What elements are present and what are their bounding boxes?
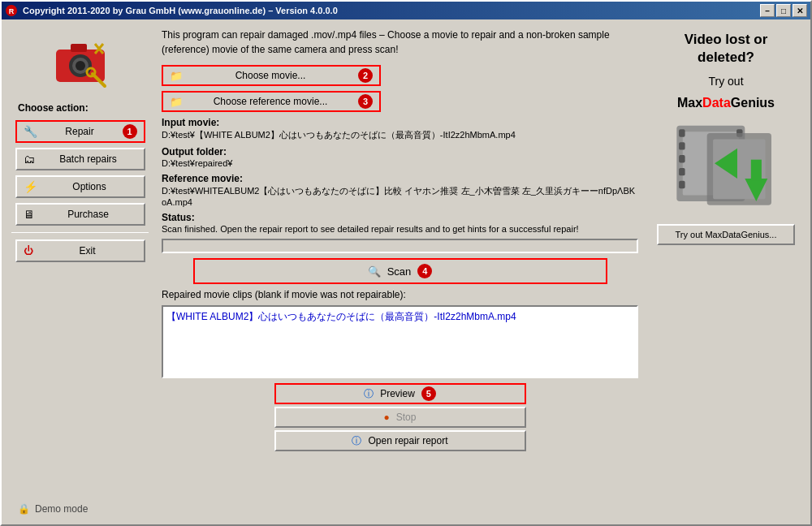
right-panel: Video lost or deleted? Try out MaxDataGe… (645, 23, 807, 521)
options-label: Options (42, 181, 137, 192)
status-section: Status: Scan finished. Open the repair r… (162, 212, 638, 234)
svg-rect-16 (679, 168, 685, 175)
svg-rect-17 (679, 181, 685, 188)
svg-rect-8 (71, 44, 87, 52)
purchase-button[interactable]: 🖥 Purchase (15, 203, 145, 226)
input-movie-section: Input movie: D:¥test¥【WHITE ALBUM2】心はいつも… (162, 117, 638, 141)
app-logo (48, 29, 113, 94)
preview-icon: ⓘ (364, 387, 374, 401)
lock-icon: 🔒 (18, 503, 30, 515)
film-svg (669, 114, 783, 220)
preview-label: Preview (380, 388, 415, 399)
purchase-label: Purchase (40, 209, 137, 220)
report-icon: ⓘ (352, 434, 361, 448)
choose-movie-label: Choose movie... (188, 70, 353, 81)
stop-button[interactable]: ● Stop (274, 407, 526, 428)
main-content: Choose action: 🔧 Repair 1 🗂 Batch repair… (2, 19, 810, 524)
svg-rect-27 (751, 160, 762, 181)
film-graphic (669, 119, 783, 216)
batch-icon: 🗂 (24, 153, 35, 166)
output-folder-value: D:¥test¥repaired¥ (162, 158, 638, 168)
output-folder-label: Output folder: (162, 146, 638, 157)
input-movie-label: Input movie: (162, 117, 638, 128)
repaired-clips-label: Repaired movie clips (blank if movie was… (162, 289, 638, 300)
sidebar-separator (11, 232, 149, 233)
status-label: Status: (162, 212, 638, 223)
promo-line2: deleted? (685, 49, 768, 67)
ref-folder-icon: 📁 (170, 96, 183, 108)
stop-label: Stop (396, 412, 417, 423)
title-bar-controls: – □ ✕ (760, 4, 807, 17)
title-bar: R Copyright 2011-2020 by Grau GmbH (www.… (2, 2, 810, 19)
bottom-buttons: ⓘ Preview 5 ● Stop ⓘ Open repair report (162, 383, 638, 451)
reference-movie-value: D:¥test¥WHITEALBUM2【心はいつもあなたのそばに】比較 イヤホン… (162, 185, 638, 207)
choose-reference-button[interactable]: 📁 Choose reference movie... 3 (162, 91, 381, 112)
title-bar-text: R Copyright 2011-2020 by Grau GmbH (www.… (5, 4, 338, 17)
brand-data: Data (702, 96, 731, 110)
scan-label: Scan (387, 265, 412, 278)
promo-brand: MaxDataGenius (677, 96, 775, 110)
choose-reference-badge: 3 (358, 94, 373, 109)
promo-title: Video lost or deleted? (685, 31, 768, 67)
output-folder-section: Output folder: D:¥test¥repaired¥ (162, 146, 638, 168)
title-text: Copyright 2011-2020 by Grau GmbH (www.gr… (23, 6, 338, 15)
brand-genius: Genius (731, 96, 775, 110)
svg-rect-15 (679, 155, 685, 162)
repaired-clips-box[interactable]: 【WHITE ALBUM2】心はいつもあなたのそばに（最高音質）-ItI2z2h… (162, 305, 638, 378)
center-panel: This program can repair damaged .mov/.mp… (155, 23, 645, 521)
status-value: Scan finished. Open the repair report to… (162, 224, 638, 234)
demo-mode: 🔒 Demo mode (18, 503, 88, 515)
progress-bar (162, 239, 638, 253)
folder-icon: 📁 (170, 70, 183, 82)
repair-badge: 1 (123, 124, 137, 139)
sidebar: Choose action: 🔧 Repair 1 🗂 Batch repair… (5, 23, 155, 521)
reference-movie-section: Reference movie: D:¥test¥WHITEALBUM2【心はい… (162, 173, 638, 207)
promo-try-out: Try out (708, 75, 743, 88)
restore-button[interactable]: □ (776, 4, 791, 17)
batch-repairs-button[interactable]: 🗂 Batch repairs (15, 148, 145, 170)
preview-badge: 5 (421, 386, 436, 401)
promo-line1: Video lost or (685, 31, 768, 49)
choose-reference-label: Choose reference movie... (188, 96, 353, 107)
reference-movie-label: Reference movie: (162, 173, 638, 184)
close-button[interactable]: ✕ (793, 4, 807, 17)
open-report-label: Open repair report (368, 435, 447, 446)
open-report-button[interactable]: ⓘ Open repair report (274, 430, 526, 451)
svg-rect-14 (679, 142, 685, 149)
svg-point-5 (76, 61, 85, 71)
repair-icon: 🔧 (24, 125, 37, 138)
exit-button[interactable]: ⏻ Exit (15, 239, 145, 262)
input-movie-value: D:¥test¥【WHITE ALBUM2】心はいつもあなたのそばに（最高音質）… (162, 129, 638, 141)
brand-max: Max (677, 96, 702, 110)
choose-movie-badge: 2 (358, 68, 373, 83)
choose-action-label: Choose action: (18, 102, 89, 114)
choose-movie-button[interactable]: 📁 Choose movie... 2 (162, 65, 381, 86)
try-out-button[interactable]: Try out MaxDataGenius... (657, 224, 795, 245)
options-icon: ⚡ (24, 180, 37, 193)
repair-button[interactable]: 🔧 Repair 1 (15, 120, 145, 143)
options-button[interactable]: ⚡ Options (15, 175, 145, 198)
exit-icon: ⏻ (24, 245, 33, 257)
preview-button[interactable]: ⓘ Preview 5 (274, 383, 526, 404)
scan-btn-row: 🔍 Scan 4 (162, 258, 638, 284)
purchase-icon: 🖥 (24, 208, 35, 221)
exit-label: Exit (38, 245, 137, 257)
stop-icon: ● (384, 412, 390, 423)
scan-button[interactable]: 🔍 Scan 4 (193, 258, 607, 284)
scan-badge: 4 (417, 264, 432, 278)
svg-rect-13 (679, 130, 685, 137)
minimize-button[interactable]: – (760, 4, 775, 17)
svg-text:R: R (9, 7, 15, 15)
try-out-btn-label: Try out MaxDataGenius... (676, 230, 777, 239)
batch-repairs-label: Batch repairs (40, 153, 137, 165)
repair-label: Repair (42, 126, 118, 137)
scan-icon: 🔍 (368, 265, 381, 278)
logo-graphic (48, 29, 113, 94)
demo-mode-label: Demo mode (35, 503, 88, 515)
repaired-clip-item: 【WHITE ALBUM2】心はいつもあなたのそばに（最高音質）-ItI2z2h… (166, 310, 633, 324)
app-icon: R (5, 4, 18, 17)
info-text: This program can repair damaged .mov/.mp… (162, 28, 638, 57)
app-window: R Copyright 2011-2020 by Grau GmbH (www.… (0, 0, 812, 526)
